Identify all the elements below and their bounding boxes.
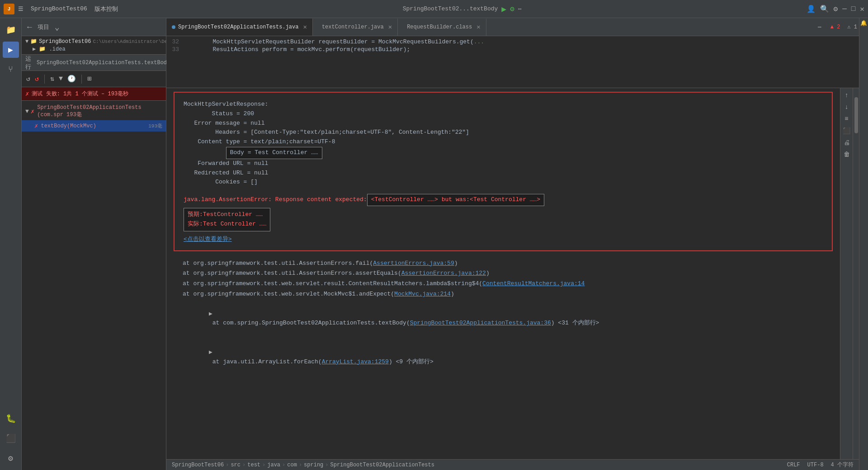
- stack-link-4[interactable]: MockMvc.java:214: [394, 291, 451, 297]
- stack-link-5[interactable]: SpringBootTest02ApplicationTests.java:36: [410, 320, 551, 326]
- fail-text: 测试 失败: 1共 1 个测试 – 193毫秒: [32, 90, 128, 98]
- view-diff-link[interactable]: <点击以查看差异>: [184, 236, 232, 243]
- test-actions: ↺ ↺ ⇅ ▼ 🕐 ⊞: [22, 71, 166, 87]
- project-name[interactable]: SpringBootTest06: [31, 5, 87, 12]
- tab-requestbuilder[interactable]: RequestBuilder.class ✕: [401, 19, 486, 36]
- print-icon[interactable]: 🖨: [844, 139, 850, 146]
- scroll-up-icon[interactable]: ↑: [844, 92, 848, 99]
- stack-text-6: at java.util.ArrayList.forEach(ArrayList…: [209, 358, 434, 365]
- settings-strip-icon[interactable]: ⚙: [3, 450, 19, 466]
- tab-springboottests[interactable]: SpringBootTest02ApplicationTests.java ✕: [166, 19, 313, 36]
- error-badge: ▲ 2: [829, 24, 842, 30]
- expand-all-icon[interactable]: ⊞: [86, 74, 92, 84]
- close-button[interactable]: ✕: [860, 5, 864, 14]
- idea-folder[interactable]: ▶ 📁 .idea: [25, 45, 162, 52]
- status-spaces[interactable]: 4 个字符: [831, 461, 854, 469]
- title-bar-actions: 👤 🔍 ⚙ — □ ✕: [807, 5, 865, 14]
- run-icon[interactable]: ▶: [3, 42, 19, 58]
- rerun-icon[interactable]: ↺: [25, 74, 31, 84]
- nav-chevron[interactable]: ⌄: [53, 21, 61, 33]
- stack-line-5: ▶ at com.spring.SpringBootTest02Applicat…: [174, 300, 833, 338]
- project-label[interactable]: 项目: [38, 23, 49, 31]
- right-panel: SpringBootTest02ApplicationTests.java ✕ …: [166, 18, 859, 470]
- soft-wrap-icon[interactable]: ≡: [844, 115, 848, 122]
- notifications-icon[interactable]: 🔔: [860, 20, 867, 27]
- project-tree-root[interactable]: ▼ 📁 SpringBootTest06 C:\Users\Administra…: [25, 38, 162, 45]
- diff-box: 预期:TestController …… 实际:Test Controller …: [184, 208, 823, 231]
- tab-overflow-button[interactable]: ⋯: [814, 24, 825, 31]
- tree-expand-arrow: ▼: [25, 108, 29, 115]
- breadcrumb-sep-3: ›: [262, 462, 265, 468]
- debug-button[interactable]: ⚙: [510, 5, 514, 14]
- stack-expand-arrow-6[interactable]: ▶: [209, 349, 212, 356]
- output-response-header: MockHttpServletResponse:: [184, 100, 823, 109]
- tab-close-3[interactable]: ✕: [476, 23, 480, 31]
- far-right-strip: 🔔: [859, 18, 868, 470]
- hamburger-menu[interactable]: ☰: [18, 5, 24, 13]
- run-button[interactable]: ▶: [501, 4, 506, 14]
- output-status: Status = 200: [184, 109, 823, 119]
- tree-child-label: textBody(MockMvc): [41, 123, 96, 129]
- nav-back[interactable]: ←: [25, 22, 34, 33]
- minimize-button[interactable]: —: [842, 5, 847, 13]
- stack-link-3[interactable]: ContentResultMatchers.java:14: [482, 280, 585, 287]
- stack-link-6[interactable]: ArrayList.java:1259: [322, 358, 389, 365]
- expected-actual-box: 预期:TestController …… 实际:Test Controller …: [184, 208, 270, 231]
- assertion-error-line: java.lang.AssertionError: Response conte…: [184, 194, 823, 206]
- maximize-button[interactable]: □: [851, 5, 856, 13]
- delete-icon[interactable]: 🗑: [844, 151, 850, 158]
- stack-link-1[interactable]: AssertionErrors.java:59: [373, 260, 454, 267]
- breadcrumb: SpringBootTest06 › src › test › java › c…: [172, 462, 434, 468]
- test-tree-root-item[interactable]: ▼ ✗ SpringBootTest02ApplicationTests (co…: [22, 103, 166, 120]
- scrollbar-thumb[interactable]: [854, 97, 858, 133]
- breadcrumb-sep-5: ›: [299, 462, 302, 468]
- left-icon-strip: 📁 ▶ ⑂ 🐛 ⬛ ⚙: [0, 18, 22, 470]
- clock-icon[interactable]: 🕐: [66, 74, 77, 84]
- app-logo: J: [4, 4, 14, 14]
- output-body-line: Body = Test Controller ……: [184, 147, 823, 159]
- project-icon[interactable]: 📁: [3, 22, 19, 38]
- breadcrumb-sep-2: ›: [242, 462, 245, 468]
- stack-line-3: at org.springframework.test.web.servlet.…: [174, 279, 833, 289]
- git-icon[interactable]: ⑂: [3, 61, 19, 78]
- breadcrumb-test: test: [247, 462, 260, 468]
- code-content-32: MockHttpServletRequestBuilder requestBui…: [184, 38, 484, 45]
- sort-icon[interactable]: ⇅: [49, 74, 55, 84]
- stack-line-4: at org.springframework.test.web.servlet.…: [174, 289, 833, 300]
- version-control-menu[interactable]: 版本控制: [94, 5, 118, 13]
- status-crlf[interactable]: CRLF: [787, 462, 800, 468]
- test-tree-child-item[interactable]: ✗ textBody(MockMvc) 193毫: [22, 120, 166, 132]
- tab-close-2[interactable]: ✕: [388, 23, 392, 31]
- warning-badge: ⚠ 1: [845, 24, 859, 30]
- stack-line-2: at org.springframework.test.util.Asserti…: [174, 268, 833, 279]
- tab-textcontroller[interactable]: textController.java ✕: [316, 19, 398, 36]
- status-bar: SpringBootTest06 › src › test › java › c…: [166, 459, 859, 470]
- run-toolbar-label: 运行: [25, 55, 31, 71]
- run-test-label: SpringBootTest02ApplicationTests.textBod…: [37, 60, 170, 66]
- output-panel: MockHttpServletResponse: Status = 200 Er…: [166, 88, 840, 459]
- tab-label-2: textController.java: [322, 24, 384, 30]
- scroll-down-icon[interactable]: ↓: [844, 103, 848, 111]
- more-options-button[interactable]: ⋯: [518, 5, 522, 13]
- debug-strip-icon[interactable]: 🐛: [3, 410, 19, 427]
- format-icon[interactable]: ⬛: [843, 127, 850, 135]
- stack-expand-arrow-5[interactable]: ▶: [209, 310, 212, 317]
- tree-root-fail-icon: ✗: [31, 108, 34, 115]
- vertical-scrollbar[interactable]: [853, 88, 859, 459]
- rerun-failed-icon[interactable]: ↺: [34, 74, 40, 84]
- left-panel: ← 项目 ⌄ ▼ 📁 SpringBootTest06 C:\Users\Adm…: [22, 18, 166, 470]
- user-icon[interactable]: 👤: [807, 5, 816, 14]
- search-icon[interactable]: 🔍: [820, 5, 829, 14]
- terminal-icon[interactable]: ⬛: [3, 430, 19, 446]
- filter-icon[interactable]: ▼: [58, 74, 64, 84]
- tab-close-1[interactable]: ✕: [303, 23, 307, 31]
- status-encoding[interactable]: UTF-8: [807, 462, 824, 468]
- stack-link-2[interactable]: AssertionErrors.java:122: [401, 270, 486, 277]
- code-line-32: 32 MockHttpServletRequestBuilder request…: [166, 38, 859, 46]
- run-config-label: SpringBootTest02...textBody: [403, 5, 498, 12]
- idea-folder-icon: 📁 .idea: [39, 46, 65, 52]
- actual-line: 实际:Test Controller ……: [188, 220, 266, 229]
- settings-icon[interactable]: ⚙: [834, 5, 838, 14]
- title-bar-center: SpringBootTest02...textBody ▶ ⚙ ⋯: [118, 4, 807, 14]
- tree-root-label: SpringBootTest02ApplicationTests (com.sp…: [37, 104, 162, 118]
